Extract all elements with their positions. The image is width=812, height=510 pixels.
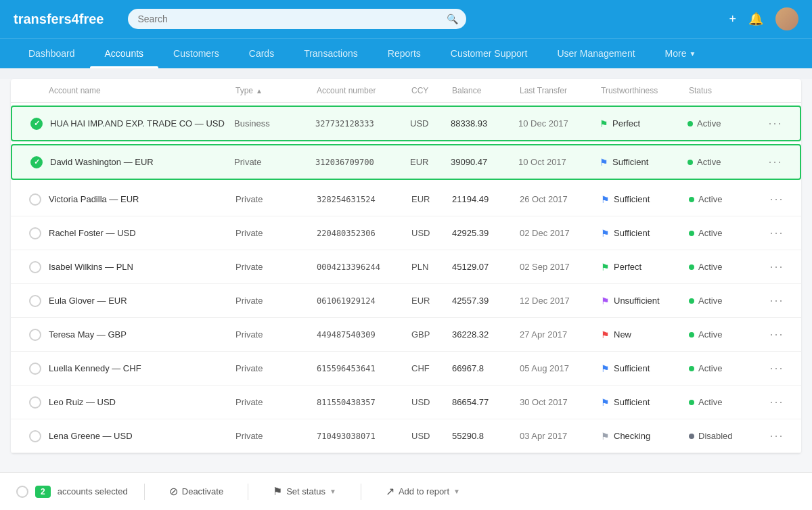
main-content: Account name Type ▲ Account number CCY B…: [0, 79, 812, 510]
divider3: [361, 484, 361, 500]
last-transfer: 12 Dec 2017: [520, 296, 601, 306]
account-type: Private: [235, 397, 317, 407]
account-balance: 55290.8: [452, 431, 520, 441]
checkbox-circle[interactable]: [30, 156, 43, 168]
nav-item-accounts[interactable]: Accounts: [90, 39, 159, 68]
trustworthiness-flag-icon: ⚑: [601, 329, 610, 340]
table-row: HUA HAI IMP.AND EXP. TRADE CO — USD Busi…: [11, 106, 801, 141]
row-checkbox[interactable]: [23, 156, 50, 168]
row-checkbox[interactable]: [23, 118, 50, 130]
status-text: Active: [698, 397, 722, 407]
status-dot: [689, 231, 694, 236]
trustworthiness-flag-icon: ⚑: [600, 157, 608, 168]
account-name: Luella Kennedy — CHF: [49, 363, 235, 373]
nav-item-reports[interactable]: Reports: [373, 39, 436, 68]
last-transfer: 27 Apr 2017: [520, 329, 601, 340]
row-more-button[interactable]: ···: [763, 192, 790, 206]
row-more-button[interactable]: ···: [763, 294, 790, 308]
account-ccy: USD: [411, 228, 452, 238]
row-more-button[interactable]: ···: [763, 395, 790, 409]
navigation: Dashboard Accounts Customers Cards Trans…: [0, 38, 812, 68]
account-type: Business: [234, 118, 315, 129]
nav-item-more[interactable]: More ▼: [650, 39, 711, 68]
account-balance: 36228.32: [452, 329, 520, 340]
avatar[interactable]: [775, 7, 798, 30]
row-checkbox[interactable]: [22, 396, 49, 409]
status-text: Active: [698, 329, 722, 340]
nav-item-transactions[interactable]: Transactions: [289, 39, 373, 68]
checkbox-circle[interactable]: [29, 329, 41, 341]
last-transfer: 10 Oct 2017: [518, 157, 600, 167]
select-all-checkbox[interactable]: [16, 486, 28, 498]
account-balance: 88338.93: [451, 118, 518, 129]
checkbox-circle[interactable]: [29, 363, 41, 375]
row-checkbox[interactable]: [22, 261, 49, 273]
add-button[interactable]: +: [729, 12, 736, 26]
nav-item-customers[interactable]: Customers: [158, 39, 234, 68]
row-checkbox[interactable]: [22, 193, 49, 206]
row-more-button[interactable]: ···: [762, 155, 789, 169]
account-name: David Washington — EUR: [50, 157, 234, 167]
row-checkbox[interactable]: [22, 227, 49, 239]
trustworthiness-flag-icon: ⚑: [601, 262, 610, 273]
row-checkbox[interactable]: [22, 363, 49, 375]
checkbox-circle[interactable]: [29, 261, 41, 273]
row-more-button[interactable]: ···: [763, 327, 790, 342]
trustworthiness-label: Sufficient: [614, 194, 650, 204]
row-checkbox[interactable]: [22, 329, 49, 341]
checkbox-circle[interactable]: [29, 295, 41, 307]
account-type: Private: [234, 157, 315, 167]
table-row: Luella Kennedy — CHF Private 61559645364…: [11, 352, 801, 386]
last-transfer: 03 Apr 2017: [520, 431, 601, 441]
status-text: Active: [697, 118, 721, 129]
deactivate-button[interactable]: ⊘ Deactivate: [161, 481, 231, 502]
account-number: 328254631524: [317, 195, 411, 204]
status-text: Active: [698, 228, 722, 238]
status-cell: Active: [689, 262, 763, 272]
search-input[interactable]: [128, 9, 466, 29]
nav-item-user-management[interactable]: User Management: [542, 39, 650, 68]
row-checkbox[interactable]: [22, 430, 49, 442]
account-number: 811550438357: [317, 398, 411, 407]
row-more-button[interactable]: ···: [763, 361, 790, 375]
divider2: [248, 484, 248, 500]
checkbox-circle[interactable]: [30, 118, 43, 130]
header-type[interactable]: Type ▲: [235, 86, 317, 95]
account-type: Private: [235, 296, 317, 306]
account-ccy: USD: [411, 397, 452, 407]
checkbox-circle[interactable]: [29, 396, 41, 409]
trustworthiness: ⚑ Sufficient: [601, 194, 689, 205]
status-cell: Active: [689, 363, 763, 373]
account-number: 710493038071: [317, 432, 411, 441]
row-more-button[interactable]: ···: [762, 116, 789, 131]
app-logo: transfers4free: [14, 11, 104, 27]
trustworthiness-label: New: [614, 329, 631, 340]
status-text: Active: [698, 194, 722, 204]
account-balance: 86654.77: [452, 397, 520, 407]
trustworthiness-flag-icon: ⚑: [601, 228, 610, 239]
account-name: Isabel Wilkins — PLN: [49, 262, 235, 272]
checkbox-circle[interactable]: [29, 430, 41, 442]
set-status-button[interactable]: ⚑ Set status ▼: [265, 481, 344, 502]
nav-item-cards[interactable]: Cards: [234, 39, 289, 68]
trustworthiness-flag-icon: ⚑: [601, 397, 610, 408]
trustworthiness-flag-icon: ⚑: [601, 363, 610, 374]
checkbox-circle[interactable]: [29, 227, 41, 239]
row-more-button[interactable]: ···: [763, 260, 790, 274]
row-checkbox[interactable]: [22, 295, 49, 307]
nav-item-dashboard[interactable]: Dashboard: [14, 39, 90, 68]
account-number: 220480352306: [317, 229, 411, 238]
account-name: HUA HAI IMP.AND EXP. TRADE CO — USD: [50, 118, 234, 129]
status-cell: Active: [689, 228, 763, 238]
row-more-button[interactable]: ···: [763, 429, 790, 443]
nav-item-customer-support[interactable]: Customer Support: [436, 39, 543, 68]
status-dot: [689, 298, 694, 304]
checkbox-circle[interactable]: [29, 193, 41, 206]
account-ccy: CHF: [411, 363, 452, 373]
add-to-report-button[interactable]: ↗ Add to report ▼: [378, 481, 468, 502]
notifications-button[interactable]: 🔔: [748, 11, 763, 26]
account-type: Private: [235, 228, 317, 238]
row-more-button[interactable]: ···: [763, 226, 790, 240]
trustworthiness-label: Checking: [614, 431, 650, 441]
deactivate-icon: ⊘: [169, 485, 178, 498]
